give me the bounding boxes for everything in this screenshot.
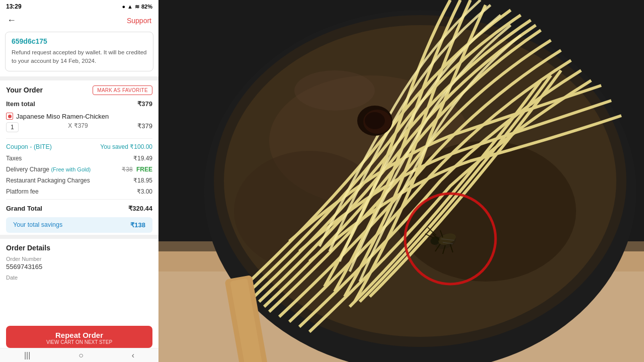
left-panel: 13:29 ● ▲ ≋ 82% ← Support 659d6c175 Refu… — [0, 0, 158, 362]
bottom-bar: Repeat Order VIEW CART ON NEXT STEP — [0, 326, 158, 348]
coupon-row: Coupon - (BITE) You saved ₹100.00 — [0, 141, 158, 153]
mark-favorite-button[interactable]: MARK AS FAVORITE — [93, 85, 152, 95]
scroll-content: 659d6c175 Refund request accepted by wal… — [0, 30, 158, 362]
free-with-gold-label: (Free with Gold) — [51, 166, 91, 172]
taxes-value: ₹19.49 — [133, 155, 152, 162]
food-item: Japanese Miso Ramen-Chicken 1 X ₹379 ₹37… — [0, 111, 158, 136]
refund-box: 659d6c175 Refund request accepted by wal… — [5, 32, 153, 71]
order-header: Your Order MARK AS FAVORITE — [0, 80, 158, 98]
svg-point-27 — [294, 70, 375, 111]
coupon-saved: You saved ₹100.00 — [100, 143, 152, 150]
repeat-sub-label: VIEW CART ON NEXT STEP — [6, 339, 152, 345]
repeat-main-label: Repeat Order — [6, 331, 152, 339]
delivery-free-label: FREE — [136, 166, 152, 173]
thin-divider-2 — [6, 199, 152, 200]
grand-total-row: Grand Total ₹320.44 — [0, 202, 158, 215]
refund-id: 659d6c175 — [12, 37, 147, 45]
status-icons: ● ▲ ≋ 82% — [122, 4, 152, 10]
top-nav: ← Support — [0, 12, 158, 30]
support-link[interactable]: Support — [127, 17, 151, 25]
thin-divider-1 — [6, 138, 152, 139]
section-divider-2 — [0, 235, 158, 239]
back-button[interactable]: ← — [7, 15, 16, 26]
nav-menu-icon[interactable]: ||| — [24, 351, 30, 360]
packaging-row: Restaurant Packaging Charges ₹18.95 — [0, 175, 158, 186]
status-time: 13:29 — [6, 3, 22, 10]
platform-fee-value: ₹3.00 — [137, 188, 152, 195]
grand-total-value: ₹320.44 — [128, 205, 152, 212]
item-total-row: Item total ₹379 — [0, 98, 158, 111]
battery-icon: 82% — [141, 4, 152, 10]
order-details-title: Order Details — [6, 244, 152, 252]
order-section-title: Your Order — [6, 86, 43, 94]
date-label: Date — [6, 275, 152, 321]
food-item-name-text: Japanese Miso Ramen-Chicken — [16, 113, 109, 120]
grand-total-label: Grand Total — [6, 205, 42, 212]
veg-dot — [8, 115, 12, 118]
nav-home-icon[interactable]: ○ — [78, 351, 84, 360]
svg-point-11 — [365, 112, 385, 129]
taxes-label: Taxes — [6, 155, 22, 162]
refund-message: Refund request accepted by wallet. It wi… — [12, 48, 147, 66]
repeat-order-button[interactable]: Repeat Order VIEW CART ON NEXT STEP — [6, 326, 152, 348]
nav-back-icon[interactable]: ‹ — [132, 351, 134, 360]
order-details-section: Order Details Order Number 5569743165 Da… — [0, 239, 158, 323]
section-divider — [0, 76, 158, 80]
packaging-label: Restaurant Packaging Charges — [6, 177, 90, 184]
veg-icon — [6, 113, 13, 120]
packaging-value: ₹18.95 — [133, 177, 152, 184]
savings-label: Your total savings — [13, 221, 62, 228]
savings-value: ₹138 — [130, 221, 145, 229]
item-total-label: Item total — [6, 100, 35, 108]
platform-fee-label: Platform fee — [6, 188, 39, 195]
food-item-name-row: Japanese Miso Ramen-Chicken — [6, 113, 152, 120]
taxes-row: Taxes ₹19.49 — [0, 153, 158, 164]
food-item-qty-row: 1 X ₹379 ₹379 — [6, 122, 152, 134]
delivery-value: ₹38 FREE — [122, 166, 152, 173]
food-item-price: ₹379 — [137, 122, 152, 132]
alarm-icon: ▲ — [127, 4, 133, 10]
order-number-label: Order Number — [6, 256, 152, 262]
notification-icon: ● — [122, 4, 125, 10]
wifi-icon: ≋ — [135, 4, 139, 10]
delivery-label: Delivery Charge (Free with Gold) — [6, 166, 91, 173]
delivery-charge-row: Delivery Charge (Free with Gold) ₹38 FRE… — [0, 164, 158, 175]
status-bar: 13:29 ● ▲ ≋ 82% — [0, 0, 158, 12]
item-total-value: ₹379 — [137, 100, 152, 108]
delivery-strikethrough: ₹38 — [122, 166, 132, 173]
order-number-value: 5569743165 — [6, 263, 152, 270]
food-photo — [158, 0, 644, 362]
qty-box[interactable]: 1 — [6, 122, 19, 132]
platform-fee-row: Platform fee ₹3.00 — [0, 186, 158, 197]
coupon-label: Coupon - (BITE) — [6, 143, 52, 150]
right-panel — [158, 0, 644, 362]
bottom-nav: ||| ○ ‹ — [0, 348, 158, 362]
savings-bar: Your total savings ₹138 — [6, 217, 152, 233]
